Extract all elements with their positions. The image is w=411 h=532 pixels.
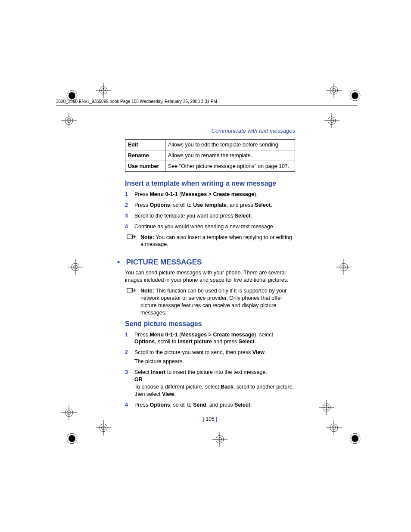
running-head: Communicate with text messages [125,128,295,134]
table-row: Edit Allows you to edit the template bef… [125,140,295,150]
table-cell: Rename [125,150,165,161]
list-item: Press Options, scroll to Use template, a… [125,202,295,209]
table-cell: See "Other picture message options" on p… [165,161,295,172]
list-item: Scroll to the picture you want to send, … [125,349,295,365]
table-cell: Use number [125,161,165,172]
page-content: Communicate with text messages Edit Allo… [125,128,295,422]
page-header: 3520_3560.ENv1_9355099.book Page 105 Wed… [56,99,358,106]
table-row: Rename Allows you to rename the template… [125,150,295,161]
table-cell: Allows you to rename the template. [165,150,295,161]
heading-picture-messages: • PICTURE MESSAGES [117,258,295,267]
list-item: Continue as you would when sending a new… [125,223,295,230]
table-cell: Allows you to edit the template before s… [165,140,295,150]
list-item: Select Insert to insert the picture into… [125,369,295,398]
list-item: Press Options, scroll to Send, and press… [125,401,295,409]
heading-send-picture: Send picture messages [125,320,295,328]
steps-send-picture: Press Menu 0-1-1 (Messages > Create mess… [125,331,295,409]
page-number: [ 105 ] [125,416,295,422]
page: 3520_3560.ENv1_9355099.book Page 105 Wed… [56,60,358,457]
table-row: Use number See "Other picture message op… [125,161,295,172]
list-item: Scroll to the template you want and pres… [125,212,295,220]
steps-insert-template: Press Menu 0-1-1 (Messages > Create mess… [125,191,295,230]
sub-paragraph: The picture appears. [134,358,295,365]
options-table: Edit Allows you to edit the template bef… [125,139,295,172]
list-item: Press Menu 0-1-1 (Messages > Create mess… [125,191,295,198]
note-icon [127,288,136,296]
note-text: Note: This function can be used only if … [140,287,295,317]
note-text: Note: You can also insert a template whe… [140,234,295,249]
note: Note: This function can be used only if … [127,287,295,317]
note: Note: You can also insert a template whe… [127,234,295,249]
note-icon [127,234,136,242]
table-cell: Edit [125,140,165,150]
list-item: Press Menu 0-1-1 (Messages > Create mess… [125,331,295,346]
heading-insert-template: Insert a template when writing a new mes… [125,180,295,187]
paragraph: You can send picture messages with your … [125,269,295,284]
